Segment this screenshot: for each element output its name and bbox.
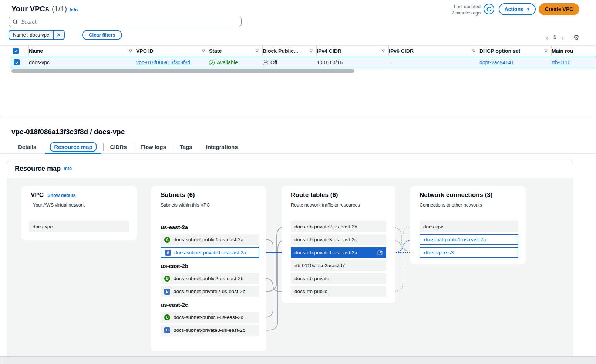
cell-ipv6-cidr: – (389, 59, 479, 65)
vpc-list-panel: Your VPCs (1/1) Info Last updated 2 minu… (0, 0, 596, 118)
map-node-rtb-private1-selected[interactable]: docs-rtb-private1-us-east-2a (291, 247, 386, 258)
cell-dhcp-option-set: dopt-2ac94141 (479, 59, 552, 65)
cell-ipv4-cidr: 10.0.0.0/16 (317, 59, 389, 65)
tab-details[interactable]: Details (11, 140, 43, 154)
map-node-rtb-private2[interactable]: docs-rtb-private2-us-east-2b (291, 221, 386, 232)
show-details-link[interactable]: Show details (47, 193, 75, 198)
cell-vpc-id: vpc-018f086a13f3c3f8d (136, 59, 209, 65)
horizontal-scrollbar[interactable] (11, 69, 354, 73)
public-subnet-badge: A (164, 237, 170, 243)
column-header-name[interactable]: Name▽ (29, 46, 136, 56)
last-updated-text: Last updated 2 minutes ago (451, 4, 481, 16)
filter-icon[interactable]: ▽ (545, 48, 548, 53)
map-node-subnet-private1-selected[interactable]: A docs-subnet-private1-us-east-2a (161, 247, 259, 258)
create-vpc-button[interactable]: Create VPC (539, 3, 579, 15)
select-all-checkbox[interactable] (13, 48, 19, 54)
detail-title: vpc-018f086a13f3c3f8d / docs-vpc (11, 128, 125, 136)
subnets-card-subtitle: Subnets within this VPC (161, 203, 210, 208)
table-header-rule (0, 56, 596, 56)
filter-token-dismiss-button[interactable]: × (53, 31, 64, 39)
map-node-rtb-private3[interactable]: docs-rtb-private3-us-east-2c (291, 234, 386, 245)
filter-icon[interactable]: ▽ (472, 48, 475, 53)
map-node-rtb-public[interactable]: docs-rtb-public (291, 286, 386, 297)
map-node-vpce-s3[interactable]: docs-vpce-s3 (420, 247, 518, 258)
map-node-subnet-public1[interactable]: A docs-subnet-public1-us-east-2a (161, 234, 259, 245)
tab-cidrs[interactable]: CIDRs (104, 140, 134, 154)
table-header-row: Name▽ VPC ID▽ State▽ Block Public...▽ IP… (0, 46, 596, 56)
current-page[interactable]: 1 (553, 34, 556, 40)
map-node-rtb-0110[interactable]: rtb-0110cface2acecfd7 (291, 260, 386, 271)
filter-icon[interactable]: ▽ (382, 48, 385, 53)
close-icon: × (57, 32, 60, 38)
header-info-link[interactable]: Info (70, 7, 78, 13)
column-header-vpc-id[interactable]: VPC ID▽ (136, 46, 209, 56)
column-header-ipv6-cidr[interactable]: IPv6 CIDR▽ (389, 46, 479, 56)
pager-divider (569, 33, 569, 42)
route-tables-card-subtitle: Route network traffic to resources (291, 203, 360, 208)
map-node-subnet-public3[interactable]: C docs-subnet-public3-us-east-2c (161, 312, 259, 323)
vpc-card-title: VPC (31, 191, 44, 199)
search-field (9, 17, 242, 27)
column-header-dhcp-option-set[interactable]: DHCP option set▽ (479, 46, 552, 56)
filter-token: Name : docs-vpc × (9, 30, 65, 40)
network-connections-card-subtitle: Connections to other networks (420, 203, 482, 208)
row-select-cell (11, 59, 29, 65)
filter-icon[interactable]: ▽ (202, 48, 205, 53)
status-badge: Available (217, 59, 238, 65)
private-subnet-badge: B (164, 289, 170, 295)
search-input[interactable] (21, 19, 238, 25)
vpc-id-link[interactable]: vpc-018f086a13f3c3f8d (136, 59, 190, 65)
subnets-card-title: Subnets (6) (161, 191, 195, 199)
route-tables-card-title: Route tables (6) (291, 191, 338, 199)
resource-map-canvas: VPC Show details Your AWS virtual networ… (7, 178, 573, 356)
az-header-us-east-2b: us-east-2b (161, 263, 188, 269)
refresh-button[interactable] (484, 4, 494, 14)
row-checkbox[interactable] (14, 59, 20, 65)
off-icon (263, 60, 268, 65)
table-row[interactable]: docs-vpc vpc-018f086a13f3c3f8d Available… (11, 57, 596, 68)
vpc-detail-panel: vpc-018f086a13f3c3f8d / docs-vpc Details… (0, 118, 596, 356)
az-header-us-east-2c: us-east-2c (161, 302, 188, 308)
resource-map-container: Resource map Info (7, 159, 573, 356)
tab-flow-logs[interactable]: Flow logs (134, 140, 173, 154)
column-header-main-route-table[interactable]: Main rou (552, 46, 596, 56)
private-subnet-badge: A (165, 250, 171, 256)
az-header-us-east-2a: us-east-2a (161, 224, 188, 230)
map-node-nat-gateway[interactable]: docs-nat-public1-us-east-2a (420, 234, 518, 245)
page-bottom-band (0, 356, 596, 364)
clear-filters-button[interactable]: Clear filters (82, 30, 122, 40)
dhcp-option-set-link[interactable]: dopt-2ac94141 (479, 59, 514, 65)
tab-integrations[interactable]: Integrations (199, 140, 245, 154)
filter-icon[interactable]: ▽ (310, 48, 313, 53)
actions-button[interactable]: Actions ▼ (499, 3, 536, 15)
column-header-state[interactable]: State▽ (209, 46, 263, 56)
resource-map-info-link[interactable]: Info (64, 166, 72, 171)
pagination: ‹ 1 › ⚙ (545, 33, 580, 42)
filter-divider (77, 30, 77, 40)
refresh-icon (486, 6, 492, 12)
previous-page-icon[interactable]: ‹ (545, 34, 550, 41)
route-tables-card: Route tables (6) Route network traffic t… (282, 186, 395, 303)
vpc-card-subtitle: Your AWS virtual network (33, 203, 85, 208)
map-node-rtb-private[interactable]: docs-rtb-private (291, 273, 386, 284)
tab-resource-map[interactable]: Resource map (43, 140, 103, 154)
public-subnet-badge: C (164, 314, 170, 320)
tab-tags[interactable]: Tags (173, 140, 199, 154)
column-header-ipv4-cidr[interactable]: IPv4 CIDR▽ (317, 46, 389, 56)
main-route-table-link[interactable]: rtb-0110 (552, 59, 570, 65)
map-node-subnet-private2[interactable]: B docs-subnet-private2-us-east-2b (161, 286, 259, 297)
network-connections-card: Network connections (3) Connections to o… (410, 186, 526, 264)
map-node-vpc[interactable]: docs-vpc (29, 221, 129, 232)
network-connections-card-title: Network connections (3) (420, 191, 492, 199)
map-node-igw[interactable]: docs-igw (420, 221, 518, 232)
detail-tabs: Details Resource map CIDRs Flow logs Tag… (0, 140, 596, 154)
map-node-subnet-private3[interactable]: C docs-subnet-private3-us-east-2c (161, 325, 259, 336)
page-header: Your VPCs (1/1) Info (11, 5, 78, 13)
filter-icon[interactable]: ▽ (256, 48, 259, 53)
gear-icon[interactable]: ⚙ (573, 33, 579, 42)
column-header-block-public[interactable]: Block Public...▽ (263, 46, 317, 56)
open-in-new-icon[interactable] (377, 250, 383, 255)
filter-icon[interactable]: ▽ (129, 48, 132, 53)
map-node-subnet-public2[interactable]: B docs-subnet-public2-us-east-2b (161, 273, 259, 284)
next-page-icon[interactable]: › (560, 34, 565, 41)
